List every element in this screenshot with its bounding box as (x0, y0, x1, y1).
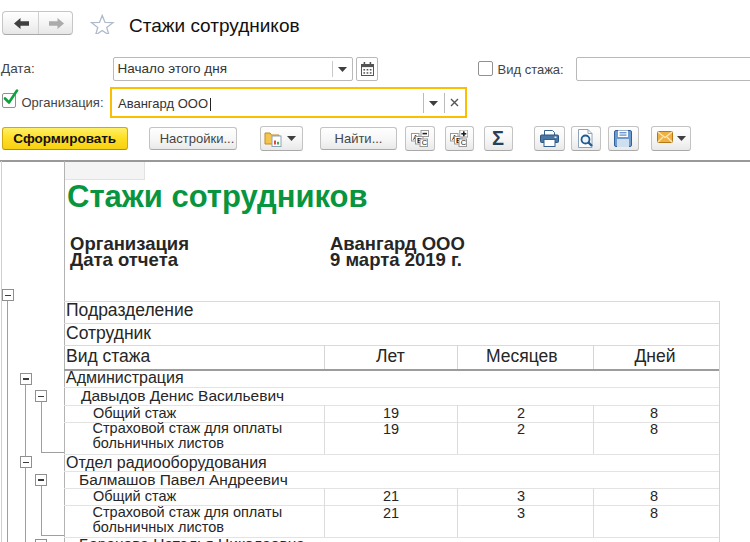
svg-text:С: С (461, 138, 467, 147)
svg-text:С: С (422, 138, 428, 147)
